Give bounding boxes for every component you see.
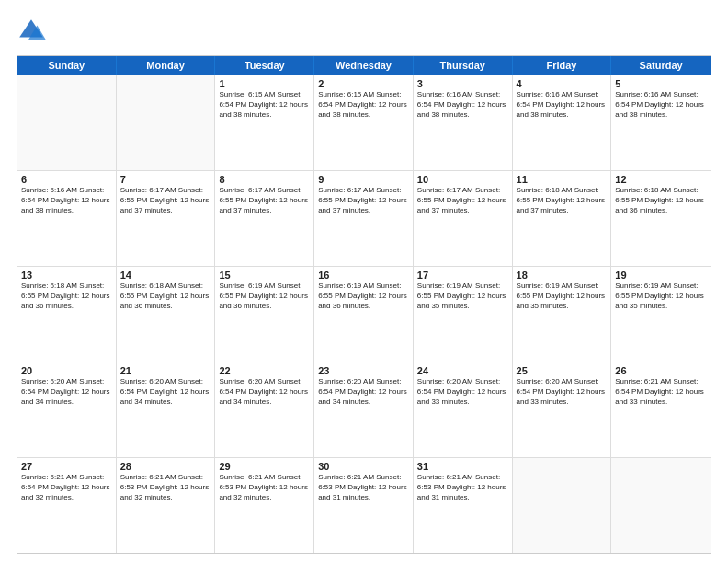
- calendar-row-0: 1Sunrise: 6:15 AM Sunset: 6:54 PM Daylig…: [17, 75, 711, 170]
- day-number: 17: [417, 270, 508, 281]
- day-detail: Sunrise: 6:20 AM Sunset: 6:54 PM Dayligh…: [219, 377, 310, 407]
- day-cell-26: 26Sunrise: 6:21 AM Sunset: 6:54 PM Dayli…: [611, 362, 711, 457]
- day-detail: Sunrise: 6:17 AM Sunset: 6:55 PM Dayligh…: [318, 186, 409, 215]
- day-detail: Sunrise: 6:21 AM Sunset: 6:53 PM Dayligh…: [219, 473, 310, 502]
- calendar-header: SundayMondayTuesdayWednesdayThursdayFrid…: [17, 56, 711, 75]
- day-cell-25: 25Sunrise: 6:20 AM Sunset: 6:54 PM Dayli…: [513, 362, 612, 457]
- day-cell-23: 23Sunrise: 6:20 AM Sunset: 6:54 PM Dayli…: [314, 362, 414, 457]
- weekday-header-monday: Monday: [117, 56, 216, 75]
- day-number: 5: [615, 78, 707, 89]
- day-number: 2: [318, 78, 409, 89]
- day-number: 30: [318, 461, 409, 472]
- day-number: 15: [219, 270, 310, 281]
- day-cell-13: 13Sunrise: 6:18 AM Sunset: 6:55 PM Dayli…: [17, 267, 117, 362]
- day-cell-24: 24Sunrise: 6:20 AM Sunset: 6:54 PM Dayli…: [414, 362, 513, 457]
- day-detail: Sunrise: 6:15 AM Sunset: 6:54 PM Dayligh…: [219, 90, 310, 120]
- logo: [17, 17, 50, 46]
- day-number: 27: [21, 461, 112, 472]
- day-cell-8: 8Sunrise: 6:17 AM Sunset: 6:55 PM Daylig…: [215, 171, 314, 266]
- day-number: 7: [120, 174, 211, 185]
- day-number: 31: [417, 461, 508, 472]
- calendar-row-1: 6Sunrise: 6:16 AM Sunset: 6:54 PM Daylig…: [17, 170, 711, 266]
- day-number: 21: [120, 365, 211, 376]
- day-number: 1: [219, 78, 310, 89]
- day-detail: Sunrise: 6:18 AM Sunset: 6:55 PM Dayligh…: [517, 186, 608, 215]
- empty-cell: [513, 458, 612, 553]
- day-number: 4: [517, 78, 608, 89]
- day-cell-12: 12Sunrise: 6:18 AM Sunset: 6:55 PM Dayli…: [611, 171, 711, 266]
- day-detail: Sunrise: 6:20 AM Sunset: 6:54 PM Dayligh…: [517, 377, 608, 407]
- day-number: 3: [417, 78, 508, 89]
- day-number: 6: [21, 174, 112, 185]
- day-detail: Sunrise: 6:19 AM Sunset: 6:55 PM Dayligh…: [318, 282, 409, 311]
- weekday-header-thursday: Thursday: [414, 56, 513, 75]
- day-cell-5: 5Sunrise: 6:16 AM Sunset: 6:54 PM Daylig…: [611, 75, 711, 170]
- weekday-header-wednesday: Wednesday: [314, 56, 414, 75]
- day-cell-20: 20Sunrise: 6:20 AM Sunset: 6:54 PM Dayli…: [17, 362, 117, 457]
- day-detail: Sunrise: 6:21 AM Sunset: 6:54 PM Dayligh…: [21, 473, 112, 502]
- weekday-header-saturday: Saturday: [611, 56, 711, 75]
- day-detail: Sunrise: 6:21 AM Sunset: 6:53 PM Dayligh…: [120, 473, 211, 502]
- day-cell-21: 21Sunrise: 6:20 AM Sunset: 6:54 PM Dayli…: [117, 362, 216, 457]
- day-number: 18: [517, 270, 608, 281]
- day-detail: Sunrise: 6:21 AM Sunset: 6:53 PM Dayligh…: [417, 473, 508, 502]
- day-detail: Sunrise: 6:20 AM Sunset: 6:54 PM Dayligh…: [21, 377, 112, 407]
- empty-cell: [17, 75, 117, 170]
- page: SundayMondayTuesdayWednesdayThursdayFrid…: [0, 0, 728, 563]
- day-number: 23: [318, 365, 409, 376]
- calendar: SundayMondayTuesdayWednesdayThursdayFrid…: [17, 55, 711, 554]
- day-cell-15: 15Sunrise: 6:19 AM Sunset: 6:55 PM Dayli…: [215, 267, 314, 362]
- weekday-header-sunday: Sunday: [17, 56, 117, 75]
- calendar-row-4: 27Sunrise: 6:21 AM Sunset: 6:54 PM Dayli…: [17, 457, 711, 553]
- day-number: 25: [517, 365, 608, 376]
- day-cell-28: 28Sunrise: 6:21 AM Sunset: 6:53 PM Dayli…: [117, 458, 216, 553]
- day-detail: Sunrise: 6:20 AM Sunset: 6:54 PM Dayligh…: [120, 377, 211, 407]
- day-number: 16: [318, 270, 409, 281]
- day-cell-14: 14Sunrise: 6:18 AM Sunset: 6:55 PM Dayli…: [117, 267, 216, 362]
- day-detail: Sunrise: 6:18 AM Sunset: 6:55 PM Dayligh…: [615, 186, 707, 215]
- day-cell-29: 29Sunrise: 6:21 AM Sunset: 6:53 PM Dayli…: [215, 458, 314, 553]
- day-cell-18: 18Sunrise: 6:19 AM Sunset: 6:55 PM Dayli…: [513, 267, 612, 362]
- day-detail: Sunrise: 6:21 AM Sunset: 6:53 PM Dayligh…: [318, 473, 409, 502]
- day-cell-7: 7Sunrise: 6:17 AM Sunset: 6:55 PM Daylig…: [117, 171, 216, 266]
- day-cell-4: 4Sunrise: 6:16 AM Sunset: 6:54 PM Daylig…: [513, 75, 612, 170]
- day-detail: Sunrise: 6:16 AM Sunset: 6:54 PM Dayligh…: [417, 90, 508, 120]
- logo-icon: [17, 17, 46, 46]
- day-detail: Sunrise: 6:16 AM Sunset: 6:54 PM Dayligh…: [615, 90, 707, 120]
- empty-cell: [611, 458, 711, 553]
- day-detail: Sunrise: 6:16 AM Sunset: 6:54 PM Dayligh…: [21, 186, 112, 215]
- day-cell-30: 30Sunrise: 6:21 AM Sunset: 6:53 PM Dayli…: [314, 458, 414, 553]
- day-number: 12: [615, 174, 707, 185]
- day-number: 22: [219, 365, 310, 376]
- day-detail: Sunrise: 6:15 AM Sunset: 6:54 PM Dayligh…: [318, 90, 409, 120]
- day-number: 14: [120, 270, 211, 281]
- day-detail: Sunrise: 6:20 AM Sunset: 6:54 PM Dayligh…: [318, 377, 409, 407]
- day-detail: Sunrise: 6:20 AM Sunset: 6:54 PM Dayligh…: [417, 377, 508, 407]
- day-cell-1: 1Sunrise: 6:15 AM Sunset: 6:54 PM Daylig…: [215, 75, 314, 170]
- day-detail: Sunrise: 6:19 AM Sunset: 6:55 PM Dayligh…: [517, 282, 608, 311]
- calendar-body: 1Sunrise: 6:15 AM Sunset: 6:54 PM Daylig…: [17, 75, 711, 553]
- day-number: 10: [417, 174, 508, 185]
- day-detail: Sunrise: 6:19 AM Sunset: 6:55 PM Dayligh…: [417, 282, 508, 311]
- day-detail: Sunrise: 6:17 AM Sunset: 6:55 PM Dayligh…: [219, 186, 310, 215]
- day-detail: Sunrise: 6:17 AM Sunset: 6:55 PM Dayligh…: [417, 186, 508, 215]
- day-number: 8: [219, 174, 310, 185]
- day-detail: Sunrise: 6:18 AM Sunset: 6:55 PM Dayligh…: [120, 282, 211, 311]
- day-cell-11: 11Sunrise: 6:18 AM Sunset: 6:55 PM Dayli…: [513, 171, 612, 266]
- day-cell-16: 16Sunrise: 6:19 AM Sunset: 6:55 PM Dayli…: [314, 267, 414, 362]
- header: [17, 17, 711, 46]
- empty-cell: [117, 75, 216, 170]
- day-detail: Sunrise: 6:19 AM Sunset: 6:55 PM Dayligh…: [615, 282, 707, 311]
- day-cell-2: 2Sunrise: 6:15 AM Sunset: 6:54 PM Daylig…: [314, 75, 414, 170]
- day-number: 13: [21, 270, 112, 281]
- day-number: 29: [219, 461, 310, 472]
- weekday-header-friday: Friday: [513, 56, 612, 75]
- day-number: 11: [517, 174, 608, 185]
- day-cell-10: 10Sunrise: 6:17 AM Sunset: 6:55 PM Dayli…: [414, 171, 513, 266]
- day-cell-27: 27Sunrise: 6:21 AM Sunset: 6:54 PM Dayli…: [17, 458, 117, 553]
- day-detail: Sunrise: 6:16 AM Sunset: 6:54 PM Dayligh…: [517, 90, 608, 120]
- day-detail: Sunrise: 6:17 AM Sunset: 6:55 PM Dayligh…: [120, 186, 211, 215]
- day-cell-31: 31Sunrise: 6:21 AM Sunset: 6:53 PM Dayli…: [414, 458, 513, 553]
- day-detail: Sunrise: 6:18 AM Sunset: 6:55 PM Dayligh…: [21, 282, 112, 311]
- calendar-row-2: 13Sunrise: 6:18 AM Sunset: 6:55 PM Dayli…: [17, 266, 711, 362]
